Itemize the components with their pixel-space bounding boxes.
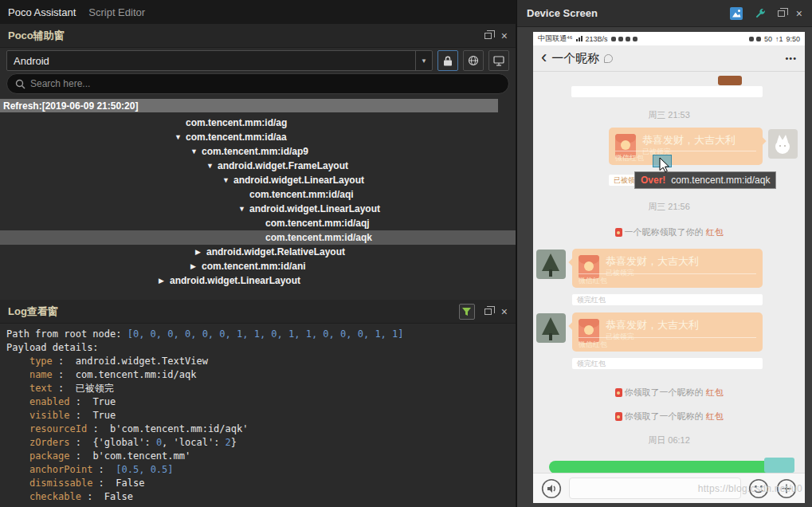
tree-node[interactable]: ▼android.widget.LinearLayout (0, 173, 516, 187)
red-envelope-bubble-sent[interactable]: 恭喜发财，大吉大利 已被领完 微信红包 (609, 128, 763, 165)
search-bar[interactable] (6, 73, 509, 94)
close-icon[interactable]: × (501, 30, 508, 41)
collapse-icon[interactable]: ▼ (206, 162, 214, 170)
chat-timestamp: 周日 06:12 (533, 434, 805, 446)
chat-bubble-partial (718, 76, 742, 85)
updown-label: ↑1 (775, 35, 783, 43)
device-select-value: Android (14, 55, 49, 67)
device-screenshot[interactable]: 中国联通⁴⁶ 213B/s 50 ↑1 9:50 ‹ 一个昵称 (533, 32, 805, 503)
device-select[interactable]: Android ▼ (6, 50, 433, 71)
chat-message-list[interactable]: 周三 21:53 恭喜发财，大吉大利 已被领完 微信红包 已被领完 (533, 72, 805, 473)
back-icon[interactable]: ‹ (541, 49, 547, 66)
red-envelope-link[interactable]: 红包 (706, 411, 724, 422)
chat-strip-partial (571, 86, 763, 97)
battery-label: 50 (764, 35, 772, 43)
red-envelope-bubble-received[interactable]: 恭喜发财，大吉大利 已被领完 微信红包 (572, 312, 763, 352)
mouse-cursor-icon (659, 157, 670, 173)
voice-icon[interactable] (541, 478, 562, 499)
tree-node[interactable]: ▼com.tencent.mm:id/ap9 (0, 144, 516, 159)
system-message-text: 你领取了一个昵称的 (625, 387, 704, 399)
device-panel-title: Device Screen (527, 7, 598, 19)
tree-node[interactable]: com.tencent.mm:id/aqk (0, 230, 516, 245)
avatar[interactable] (536, 313, 566, 343)
log-line: package : b'com.tencent.mm' (6, 450, 509, 463)
log-line: Path from root node: [0, 0, 0, 0, 0, 0, … (6, 328, 509, 341)
tree-node[interactable]: ▼com.tencent.mm:id/aa (0, 130, 516, 144)
tree-node-label: android.widget.LinearLayout (233, 175, 364, 186)
tree-node[interactable]: ▼android.widget.LinearLayout (0, 202, 516, 216)
log-line: Payload details: (6, 341, 509, 355)
tab-poco-assistant[interactable]: Poco Assistant (8, 6, 76, 18)
avatar[interactable] (768, 129, 798, 159)
earpiece-icon (604, 54, 613, 63)
lock-button[interactable] (437, 50, 458, 71)
screen-icon (493, 56, 504, 66)
tree-node-label: android.widget.FrameLayout (218, 160, 348, 171)
expand-icon[interactable]: ▶ (159, 277, 164, 285)
refresh-button[interactable] (463, 50, 484, 71)
carrier-label: 中国联通⁴⁶ (538, 33, 573, 44)
log-output: Path from root node: [0, 0, 0, 0, 0, 0, … (0, 324, 516, 507)
log-line: name : com.tencent.mm:id/aqk (6, 368, 509, 382)
collapse-icon[interactable]: ▼ (222, 176, 229, 184)
tools-button[interactable] (754, 7, 767, 20)
notification-pill-partial (549, 461, 788, 473)
close-icon[interactable]: × (501, 306, 508, 317)
tree-node[interactable]: ▶com.tencent.mm:id/ani (0, 259, 516, 273)
tree-avatar-image (536, 313, 566, 343)
chat-title: 一个昵称 (551, 51, 599, 66)
search-icon (15, 79, 25, 89)
restore-icon[interactable] (484, 33, 492, 39)
system-message-text: 你领取了一个昵称的 (625, 411, 704, 422)
strip-label: 领完红包 (577, 359, 606, 369)
filter-button[interactable] (459, 304, 475, 320)
log-panel-title: Log查看窗 (8, 305, 58, 319)
red-envelope-link[interactable]: 红包 (706, 387, 724, 399)
cat-avatar-image (768, 129, 798, 159)
tree-node[interactable]: com.tencent.mm:id/ag (0, 116, 516, 130)
expand-icon[interactable]: ▶ (190, 262, 196, 270)
close-icon[interactable]: × (796, 8, 802, 19)
chat-strip: 领完红包 (572, 294, 763, 305)
snapshot-button[interactable] (730, 7, 743, 20)
collapse-icon[interactable]: ▼ (190, 147, 198, 155)
tree-node[interactable]: ▶android.widget.LinearLayout (0, 273, 516, 288)
restore-icon[interactable] (484, 309, 492, 315)
red-envelope-bubble-received[interactable]: 恭喜发财，大吉大利 已被领完 微信红包 (572, 249, 763, 288)
envelope-greeting: 恭喜发财，大吉大利 (606, 318, 699, 332)
top-tab-bar: Poco Assistant Script Editor (0, 0, 516, 24)
envelope-greeting: 恭喜发财，大吉大利 (642, 133, 736, 147)
log-line: type : android.widget.TextView (6, 355, 509, 368)
restore-icon[interactable] (778, 10, 785, 17)
tree-node-label: com.tencent.mm:id/aqi (249, 189, 354, 200)
funnel-icon (461, 307, 472, 316)
device-mirror-area: 中国联通⁴⁶ 213B/s 50 ↑1 9:50 ‹ 一个昵称 (517, 27, 812, 507)
chat-nav-bar: ‹ 一个昵称 ••• (533, 45, 805, 72)
red-envelope-link[interactable]: 红包 (706, 226, 724, 238)
tab-script-editor[interactable]: Script Editor (88, 6, 145, 18)
tree-node[interactable]: com.tencent.mm:id/aqj (0, 216, 516, 230)
screencap-button[interactable] (488, 50, 509, 71)
refresh-timestamp-row[interactable]: Refresh:[2019-06-09 21:50:20] (0, 99, 498, 112)
collapse-icon[interactable]: ▼ (175, 133, 182, 141)
tree-node-label: com.tencent.mm:id/aa (186, 132, 287, 143)
tree-node[interactable]: ▶android.widget.RelativeLayout (0, 245, 516, 259)
airtest-ide-window: Poco Assistant Script Editor Poco辅助窗 × A… (0, 0, 812, 507)
tree-node[interactable]: ▼android.widget.FrameLayout (0, 159, 516, 173)
avatar[interactable] (536, 250, 566, 279)
more-menu-icon[interactable]: ••• (785, 53, 797, 63)
chat-strip: 领完红包 (572, 358, 763, 369)
red-envelope-icon (615, 228, 622, 237)
csdn-watermark: https://blog.csdn.net/u0 (698, 483, 802, 494)
tree-node[interactable]: com.tencent.mm:id/aqi (0, 187, 516, 202)
tree-node-label: com.tencent.mm:id/ani (202, 261, 306, 272)
expand-icon[interactable]: ▶ (195, 248, 201, 256)
collapse-icon[interactable]: ▼ (238, 205, 245, 213)
tree-node-label: com.tencent.mm:id/aqk (265, 232, 372, 243)
envelope-type-label: 微信红包 (615, 151, 756, 163)
lock-icon (443, 56, 453, 66)
chat-timestamp: 周三 21:53 (533, 109, 805, 121)
log-line: anchorPoint : [0.5, 0.5] (6, 463, 509, 477)
search-input[interactable] (30, 78, 500, 89)
wrench-icon (754, 7, 767, 20)
